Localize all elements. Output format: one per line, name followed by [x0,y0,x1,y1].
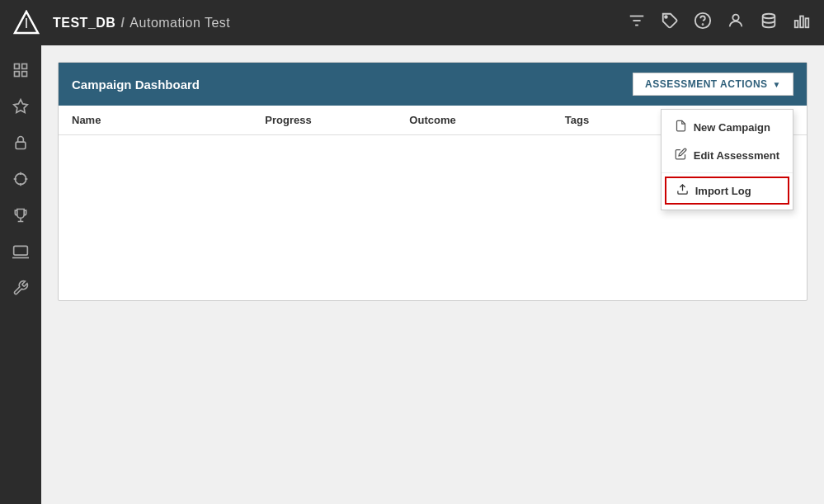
svg-point-5 [665,16,667,18]
separator: / [120,16,125,30]
sidebar-item-dashboard[interactable] [4,54,37,87]
svg-marker-17 [14,100,28,113]
edit-assessment-label: Edit Assessment [694,149,779,162]
database-icon[interactable] [760,12,778,34]
svg-point-7 [703,24,704,25]
sidebar [0,45,41,504]
svg-rect-13 [15,64,20,69]
dropdown-divider [662,172,793,173]
main-content: Campaign Dashboard ASSESSMENT ACTIONS ▼ [41,45,824,504]
col-name: Name [72,114,216,126]
new-campaign-icon [675,120,687,134]
import-log-icon [676,183,689,198]
new-campaign-label: New Campaign [694,121,770,134]
dropdown-caret-icon: ▼ [773,80,781,89]
page-name: Automation Test [129,16,230,30]
db-name: TEST_DB [53,16,115,30]
svg-point-19 [15,173,26,184]
actions-button-label: ASSESSMENT ACTIONS [645,78,768,90]
svg-point-9 [763,14,775,19]
user-icon[interactable] [727,12,745,34]
chart-icon[interactable] [793,12,811,34]
sidebar-item-lock[interactable] [4,126,37,159]
svg-rect-12 [806,18,809,27]
dashboard-header: Campaign Dashboard ASSESSMENT ACTIONS ▼ [59,63,807,106]
navbar-title: TEST_DB/Automation Test [53,16,230,31]
svg-point-8 [732,15,738,21]
app-logo [13,10,40,36]
svg-rect-14 [22,64,27,69]
col-outcome: Outcome [360,114,505,126]
import-log-item[interactable]: Import Log [665,177,789,205]
layout: Campaign Dashboard ASSESSMENT ACTIONS ▼ [0,45,824,504]
sidebar-item-trophy[interactable] [4,199,37,232]
navbar: TEST_DB/Automation Test [0,0,824,45]
sidebar-item-star[interactable] [4,90,37,123]
new-campaign-item[interactable]: New Campaign [662,113,793,141]
filter-icon[interactable] [628,12,646,34]
svg-rect-15 [15,72,20,77]
svg-rect-16 [22,72,27,77]
sidebar-item-wrench[interactable] [4,271,37,304]
col-tags: Tags [505,114,649,126]
sidebar-item-laptop[interactable] [4,235,37,268]
sidebar-item-crosshair[interactable] [4,163,37,195]
edit-assessment-icon [675,148,687,163]
dashboard-card: Campaign Dashboard ASSESSMENT ACTIONS ▼ [58,62,808,301]
navbar-icons [628,12,811,34]
dashboard-title: Campaign Dashboard [72,78,200,92]
tag-icon[interactable] [661,12,679,34]
svg-rect-18 [16,142,26,148]
actions-dropdown-container: ASSESSMENT ACTIONS ▼ New Campaign [633,73,793,96]
assessment-actions-button[interactable]: ASSESSMENT ACTIONS ▼ [633,73,793,96]
col-progress: Progress [216,114,360,126]
svg-rect-24 [14,246,28,255]
edit-assessment-item[interactable]: Edit Assessment [662,141,793,169]
assessment-actions-dropdown: New Campaign Edit Assessment [661,109,793,210]
svg-rect-10 [795,21,798,27]
svg-rect-11 [800,16,803,28]
help-icon[interactable] [694,12,712,34]
import-log-label: Import Log [695,185,751,197]
